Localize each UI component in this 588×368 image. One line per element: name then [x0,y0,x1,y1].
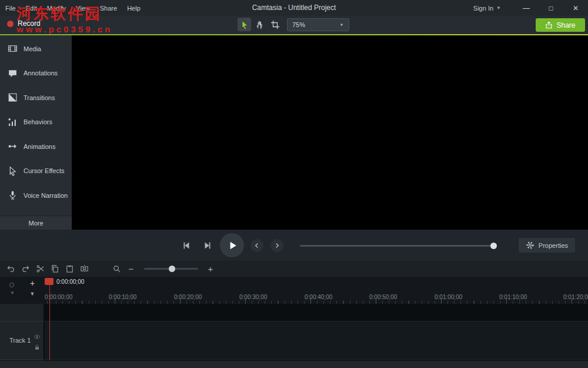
record-icon [7,21,14,27]
step-forward-button[interactable] [201,239,214,252]
copy-icon [51,264,59,273]
gear-icon [526,241,534,250]
sidebar-item-label: Behaviors [24,118,52,125]
menu-share[interactable]: Share [100,5,117,12]
playback-bar: Properties [0,230,588,261]
ruler-label: 0:01:00;00 [435,294,462,300]
collapse-tracks-button[interactable]: ▼ [27,289,38,298]
sign-in-button[interactable]: Sign In ▼ [473,5,501,12]
zoom-out-button[interactable]: − [124,263,138,275]
timeline-scrollbar-area[interactable] [0,360,588,368]
ruler-label: 0:00:40;00 [305,294,332,300]
play-button[interactable] [220,233,244,257]
track-header[interactable]: Track 1 [0,321,44,360]
sidebar-item-media[interactable]: Media [0,37,72,61]
camtasia-window: File Edit Modify View Share Help Camtasi… [0,0,588,368]
cut-button[interactable] [33,263,47,275]
editing-canvas[interactable] [72,35,588,230]
add-track-button[interactable]: + [27,278,38,288]
chevron-down-icon: ▼ [496,5,501,11]
minus-icon: − [129,264,134,274]
share-button[interactable]: Share [536,18,585,32]
animation-arrow-icon [8,141,18,151]
split-button[interactable] [77,263,91,275]
sidebar-item-cursor-effects[interactable]: Cursor Effects [0,159,72,184]
playhead-line[interactable] [49,284,50,360]
timeline: Track 1 ▼ + ▼ 0:00:00;00 0:00:10;00 0:00… [0,277,588,368]
sidebar: Media Annotations Transitions Behaviors [0,35,72,230]
sidebar-item-voice-narration[interactable]: Voice Narration [0,183,72,208]
chevron-down-icon[interactable]: ▼ [10,290,15,296]
seek-slider-handle[interactable] [490,243,497,249]
timeline-zoom-slider[interactable] [144,268,198,270]
timeline-toolbar: − + [0,261,588,277]
copy-button[interactable] [48,263,62,275]
jump-forward-button[interactable] [270,239,283,252]
paste-icon [65,264,74,273]
crop-icon [270,20,280,29]
record-button[interactable]: Record [7,19,41,28]
sidebar-item-label: Voice Narration [24,192,68,199]
ruler-label: 0:00:10;00 [109,294,136,300]
sidebar-item-label: Animations [24,143,55,150]
jump-back-button[interactable] [250,239,263,252]
paste-button[interactable] [62,263,76,275]
timeline-zoom-tool[interactable] [109,263,123,275]
seek-slider[interactable] [300,245,494,247]
menu-view[interactable]: View [76,5,90,12]
menu-modify[interactable]: Modify [47,5,66,12]
hand-icon [255,20,265,29]
undo-button[interactable] [4,263,18,275]
step-back-button[interactable] [180,239,193,252]
track-visibility-toggle[interactable] [34,333,41,340]
scissors-icon [36,264,45,273]
ruler-label: 0:01:20;00 [563,294,588,300]
canvas-zoom-select[interactable]: 75% ▼ [287,18,349,31]
film-strip-icon [8,44,18,54]
play-icon [227,240,238,251]
close-button[interactable]: ✕ [563,0,588,16]
titlebar: File Edit Modify View Share Help Camtasi… [0,0,588,16]
crop-tool-button[interactable] [268,18,282,31]
sidebar-item-label: Media [24,45,41,52]
share-icon [545,21,553,29]
sidebar-item-animations[interactable]: Animations [0,134,72,159]
menu-file[interactable]: File [5,5,16,12]
menu-edit[interactable]: Edit [26,5,37,12]
track-options-icon[interactable] [9,283,14,287]
menu-help[interactable]: Help [127,5,141,12]
chevron-right-icon [273,241,281,250]
cursor-arrow-icon [240,20,249,29]
sidebar-item-transitions[interactable]: Transitions [0,85,72,110]
sidebar-item-label: Transitions [24,94,55,101]
sidebar-item-label: Annotations [24,69,58,77]
zoom-in-button[interactable]: + [203,263,218,275]
sidebar-more-button[interactable]: More [0,216,72,230]
sidebar-items: Media Annotations Transitions Behaviors [0,35,72,208]
timeline-tracks-area[interactable] [45,304,588,360]
sign-in-label: Sign In [473,5,493,12]
properties-label: Properties [539,242,568,249]
track-1-lane[interactable] [45,321,588,360]
chevron-left-icon [253,241,261,250]
sidebar-item-behaviors[interactable]: Behaviors [0,110,72,135]
timeline-corner: ▼ + ▼ [0,277,44,304]
maximize-button[interactable]: □ [539,0,563,16]
sidebar-item-annotations[interactable]: Annotations [0,61,72,86]
split-icon [80,264,89,273]
pan-tool-button[interactable] [253,18,266,31]
redo-button[interactable] [18,263,32,275]
behaviors-icon [8,117,18,127]
properties-button[interactable]: Properties [519,238,575,253]
timeline-ruler[interactable]: 0:00:00;00 0:00:10;00 0:00:20;00 0:00:30… [44,277,588,304]
ruler-label: 0:01:10;00 [499,294,527,300]
track-lock-toggle[interactable] [34,344,41,351]
timeline-zoom-handle[interactable] [169,266,175,272]
minimize-button[interactable]: — [514,0,539,16]
menubar: File Edit Modify View Share Help [5,0,141,16]
cursor-tool-button[interactable] [238,18,251,31]
record-label: Record [18,19,41,28]
canvas-tools [238,18,282,31]
timeline-track-header-column: Track 1 ▼ + ▼ [0,277,44,368]
ruler-label: 0:00:20;00 [174,294,202,300]
